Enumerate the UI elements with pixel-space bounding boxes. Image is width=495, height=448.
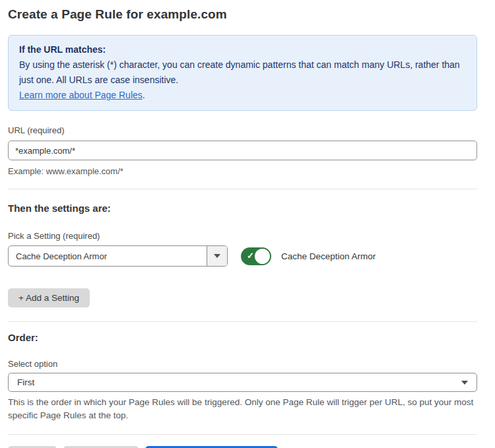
cache-deception-armor-toggle[interactable]: ✓ xyxy=(241,247,271,265)
page-title: Create a Page Rule for example.com xyxy=(8,7,477,22)
order-select[interactable]: First xyxy=(8,373,477,392)
info-box-link-line: Learn more about Page Rules. xyxy=(19,88,466,103)
order-select-value: First xyxy=(17,377,34,387)
order-section-heading: Order: xyxy=(8,332,477,343)
setting-row: Cache Deception Armor ✓ Cache Deception … xyxy=(8,245,477,267)
url-field-label: URL (required) xyxy=(8,125,477,135)
create-page-rule-form: Create a Page Rule for example.com If th… xyxy=(0,0,495,448)
divider xyxy=(8,434,477,435)
divider xyxy=(8,189,477,189)
url-matches-info-box: If the URL matches: By using the asteris… xyxy=(8,35,477,111)
divider xyxy=(8,321,477,322)
toggle-setting-label: Cache Deception Armor xyxy=(281,251,376,261)
order-select-label: Select option xyxy=(8,359,477,369)
url-input[interactable] xyxy=(8,141,477,160)
dropdown-arrow-button[interactable] xyxy=(207,246,227,266)
pick-setting-value: Cache Deception Armor xyxy=(9,246,207,266)
pick-setting-label: Pick a Setting (required) xyxy=(8,231,477,241)
chevron-down-icon xyxy=(461,381,468,385)
settings-section-heading: Then the settings are: xyxy=(8,203,477,214)
learn-more-link[interactable]: Learn more about Page Rules xyxy=(19,90,143,100)
url-example-helper: Example: www.example.com/* xyxy=(8,165,477,177)
check-icon: ✓ xyxy=(247,251,254,260)
toggle-knob xyxy=(255,249,270,264)
order-helper-text: This is the order in which your Page Rul… xyxy=(8,396,477,422)
info-box-heading: If the URL matches: xyxy=(19,42,466,57)
link-period: . xyxy=(143,90,145,100)
chevron-down-icon xyxy=(214,254,220,258)
add-setting-button[interactable]: + Add a Setting xyxy=(8,288,90,307)
pick-setting-dropdown[interactable]: Cache Deception Armor xyxy=(8,245,228,267)
info-box-body: By using the asterisk (*) character, you… xyxy=(19,57,466,88)
